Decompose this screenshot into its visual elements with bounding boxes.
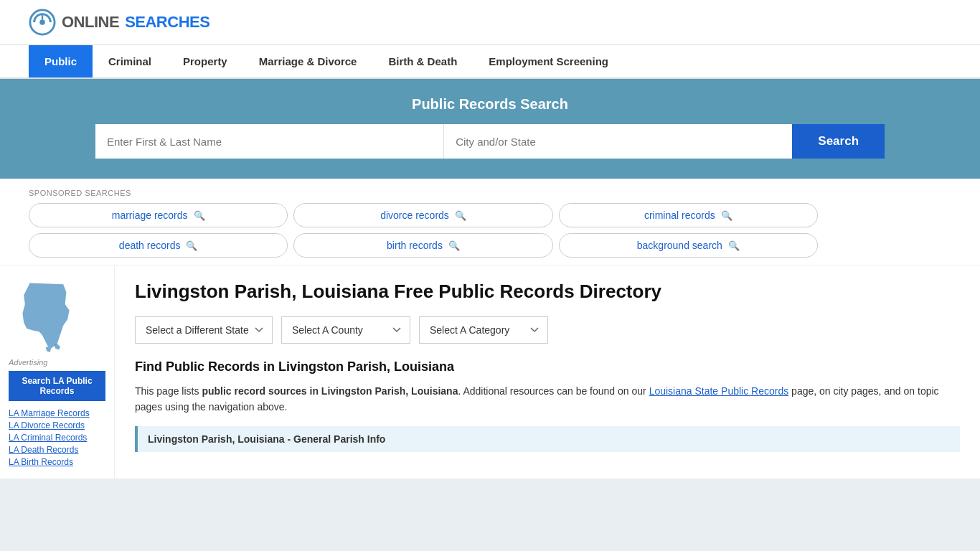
sponsored-tag-marriage[interactable]: marriage records 🔍 — [29, 203, 288, 227]
sponsored-tag-death[interactable]: death records 🔍 — [29, 233, 288, 258]
search-icon-background: 🔍 — [728, 240, 740, 251]
nav-criminal[interactable]: Criminal — [93, 45, 167, 77]
sponsored-link-divorce[interactable]: divorce records — [380, 209, 449, 221]
search-banner: Public Records Search Search — [0, 79, 980, 179]
search-icon-divorce: 🔍 — [455, 210, 466, 221]
sidebar-link-marriage[interactable]: LA Marriage Records — [9, 408, 105, 418]
search-icon-death: 🔍 — [186, 240, 197, 251]
site-header: ONLINE SEARCHES — [0, 0, 980, 45]
sponsored-link-birth[interactable]: birth records — [387, 240, 443, 251]
logo-icon — [29, 9, 56, 36]
state-records-link[interactable]: Louisiana State Public Records — [649, 385, 789, 397]
page-title: Livingston Parish, Louisiana Free Public… — [135, 280, 960, 303]
sponsored-link-background[interactable]: background search — [637, 240, 722, 251]
search-button[interactable]: Search — [792, 124, 885, 159]
county-dropdown[interactable]: Select A County — [281, 316, 410, 344]
search-form: Search — [95, 124, 885, 159]
dropdowns-row: Select a Different State Select A County… — [135, 316, 960, 344]
search-icon-marriage: 🔍 — [194, 210, 205, 221]
sponsored-link-criminal[interactable]: criminal records — [644, 209, 715, 221]
nav-marriage-divorce[interactable]: Marriage & Divorce — [243, 45, 373, 77]
nav-birth-death[interactable]: Birth & Death — [372, 45, 473, 77]
state-dropdown[interactable]: Select a Different State — [135, 316, 273, 344]
sidebar-link-divorce[interactable]: LA Divorce Records — [9, 420, 105, 430]
sponsored-tag-criminal[interactable]: criminal records 🔍 — [559, 203, 818, 227]
sponsored-link-marriage[interactable]: marriage records — [112, 209, 188, 221]
sponsored-tag-birth[interactable]: birth records 🔍 — [293, 233, 552, 258]
page-body: Advertising Search LA Public Records LA … — [0, 265, 980, 479]
sponsored-tag-background[interactable]: background search 🔍 — [559, 233, 818, 258]
main-article: Livingston Parish, Louisiana Free Public… — [115, 265, 980, 479]
search-icon-birth: 🔍 — [448, 240, 460, 251]
nav-employment[interactable]: Employment Screening — [473, 45, 624, 77]
category-dropdown[interactable]: Select A Category — [419, 316, 548, 344]
nav-property[interactable]: Property — [167, 45, 243, 77]
logo[interactable]: ONLINE SEARCHES — [29, 9, 209, 36]
main-nav: Public Criminal Property Marriage & Divo… — [0, 45, 980, 79]
sponsored-label: SPONSORED SEARCHES — [29, 189, 951, 197]
logo-text-searches: SEARCHES — [125, 13, 209, 32]
general-info-bar: Livingston Parish, Louisiana - General P… — [135, 426, 960, 452]
sidebar-search-btn[interactable]: Search LA Public Records — [9, 371, 105, 401]
name-input[interactable] — [95, 124, 444, 159]
sidebar-ad-label: Advertising — [9, 358, 105, 367]
sidebar-link-criminal[interactable]: LA Criminal Records — [9, 433, 105, 443]
location-input[interactable] — [444, 124, 792, 159]
logo-text-online: ONLINE — [62, 13, 119, 32]
sponsored-link-death[interactable]: death records — [119, 240, 181, 251]
search-icon-criminal: 🔍 — [721, 210, 732, 221]
svg-point-1 — [39, 19, 45, 25]
sidebar-link-death[interactable]: LA Death Records — [9, 445, 105, 455]
bold-public-record: public record sources in Livingston Pari… — [202, 385, 458, 397]
sponsored-area: SPONSORED SEARCHES marriage records 🔍 di… — [0, 179, 980, 265]
sponsored-tag-divorce[interactable]: divorce records 🔍 — [293, 203, 552, 227]
search-banner-title: Public Records Search — [29, 96, 951, 113]
description-text: This page lists public record sources in… — [135, 383, 960, 415]
sidebar-link-birth[interactable]: LA Birth Records — [9, 457, 105, 467]
sponsored-grid: marriage records 🔍 divorce records 🔍 cri… — [29, 203, 818, 258]
sidebar-links: LA Marriage Records LA Divorce Records L… — [9, 408, 105, 467]
section-heading: Find Public Records in Livingston Parish… — [135, 359, 960, 375]
state-map — [9, 277, 88, 356]
sidebar: Advertising Search LA Public Records LA … — [0, 265, 115, 479]
nav-public[interactable]: Public — [29, 45, 93, 77]
